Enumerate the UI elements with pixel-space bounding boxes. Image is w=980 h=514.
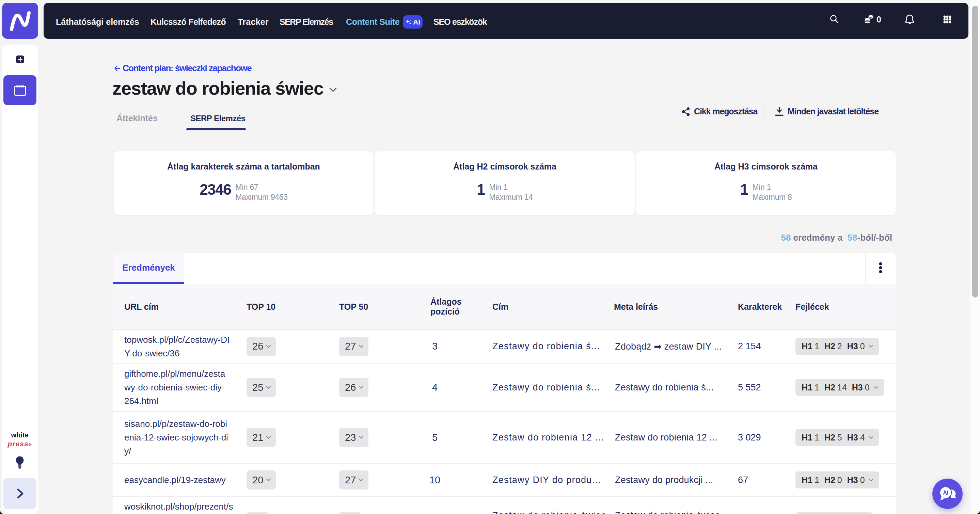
svg-text:N: N [943,489,948,496]
